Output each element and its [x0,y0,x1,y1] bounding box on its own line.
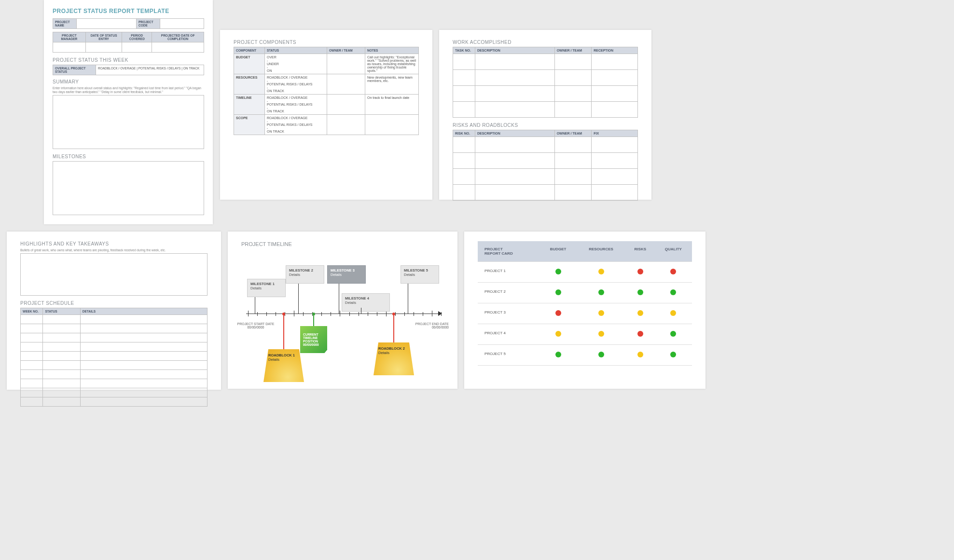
table-cell[interactable] [554,70,592,86]
rc-status-cell [576,324,626,345]
table-cell[interactable] [475,70,554,86]
table-cell[interactable] [554,185,592,201]
component-status[interactable]: ROADBLOCK / OVERAGE - POTENTIAL RISKS / … [265,115,327,135]
v-pm[interactable] [53,42,86,53]
table-cell[interactable] [43,388,80,397]
highlights-box[interactable] [20,253,207,296]
rc-col-header: QUALITY [655,241,692,262]
table-cell[interactable] [80,397,207,406]
table-cell[interactable] [80,314,207,324]
table-cell[interactable] [554,54,592,70]
table-cell[interactable] [43,360,80,369]
h-date-entry: DATE OF STATUS ENTRY [85,32,122,42]
table-cell[interactable] [21,388,43,397]
table-cell[interactable] [80,360,207,369]
table-cell[interactable] [453,153,475,169]
table-cell[interactable] [475,153,554,169]
table-cell[interactable] [592,102,638,118]
milestones-box[interactable] [53,161,204,215]
table-cell[interactable] [453,86,475,102]
table-cell[interactable] [592,70,638,86]
ms4-detail: Details [345,300,356,305]
cell-project-name-value[interactable] [77,19,137,29]
table-cell[interactable] [80,369,207,379]
col-header: FIX [592,130,638,137]
table-cell[interactable] [453,137,475,153]
rc-row: PROJECT 1 [478,262,692,283]
table-cell[interactable] [453,54,475,70]
table-cell[interactable] [21,324,43,333]
table-cell[interactable] [554,169,592,185]
table-cell[interactable] [592,86,638,102]
table-cell[interactable] [554,137,592,153]
component-notes[interactable]: Call out highlights: "Exceptional work."… [365,54,419,74]
table-cell[interactable] [80,342,207,351]
component-owner[interactable] [327,74,365,95]
table-cell[interactable] [453,169,475,185]
table-cell[interactable] [592,137,638,153]
table-cell[interactable] [475,185,554,201]
table-cell[interactable] [21,314,43,324]
table-cell[interactable] [21,379,43,388]
table-cell[interactable] [43,351,80,360]
table-cell[interactable] [554,153,592,169]
table-cell[interactable] [475,137,554,153]
milestones-title: MILESTONES [53,154,204,159]
table-cell[interactable] [21,369,43,379]
table-cell[interactable] [592,169,638,185]
cell-project-code-value[interactable] [160,19,204,29]
table-cell[interactable] [453,102,475,118]
table-cell[interactable] [554,86,592,102]
table-cell[interactable] [80,333,207,342]
v-period[interactable] [122,42,152,53]
rc-col-header: BUDGET [540,241,576,262]
table-cell[interactable] [21,333,43,342]
component-owner[interactable] [327,115,365,135]
table-cell[interactable] [21,342,43,351]
component-owner[interactable] [327,95,365,115]
table-cell[interactable] [554,102,592,118]
table-cell[interactable] [43,369,80,379]
table-row [21,333,207,342]
v-completion[interactable] [152,42,204,53]
table-cell[interactable] [80,388,207,397]
summary-box[interactable] [53,95,204,149]
table-cell[interactable] [43,397,80,406]
table-cell[interactable] [475,169,554,185]
table-cell[interactable] [43,314,80,324]
table-cell[interactable] [592,185,638,201]
table-cell[interactable] [80,379,207,388]
table-cell[interactable] [21,397,43,406]
component-status[interactable]: ROADBLOCK / OVERAGE - POTENTIAL RISKS / … [265,95,327,115]
rc-status-cell [540,345,576,366]
table-cell[interactable] [453,70,475,86]
table-cell[interactable] [475,54,554,70]
table-cell[interactable] [475,102,554,118]
table-cell[interactable] [43,342,80,351]
table-cell[interactable] [43,324,80,333]
h-owner: OWNER / TEAM [327,47,365,54]
overall-status-options[interactable]: ROADBLOCK / OVERAGE | POTENTIAL RISKS / … [96,65,204,75]
component-owner[interactable] [327,54,365,74]
table-cell[interactable] [453,185,475,201]
table-cell[interactable] [21,351,43,360]
status-dot-icon [598,269,604,274]
h-pm: PROJECT MANAGER [53,32,86,42]
v-date-entry[interactable] [85,42,122,53]
component-status[interactable]: ROADBLOCK / OVERAGE - POTENTIAL RISKS / … [265,74,327,95]
component-notes[interactable]: On track to final launch date [365,95,419,115]
page-project-components: PROJECT COMPONENTS COMPONENT STATUS OWNE… [220,30,432,200]
rc-project-name: PROJECT 2 [478,283,540,303]
table-cell[interactable] [592,54,638,70]
table-cell[interactable] [80,324,207,333]
component-status[interactable]: OVER - UNDER - ON [265,54,327,74]
table-cell[interactable] [43,333,80,342]
component-notes[interactable] [365,115,419,135]
end-label-text: PROJECT END DATE [410,322,449,326]
table-cell[interactable] [475,86,554,102]
table-cell[interactable] [592,153,638,169]
component-notes[interactable]: New developments, new team members, etc. [365,74,419,95]
table-cell[interactable] [21,360,43,369]
table-cell[interactable] [43,379,80,388]
table-cell[interactable] [80,351,207,360]
